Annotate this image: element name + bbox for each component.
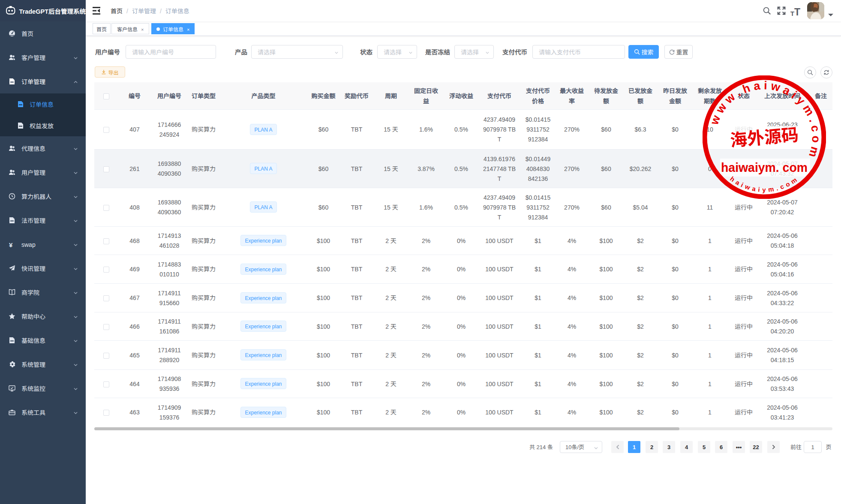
svg-text:haiwaiym. com: haiwaiym. com: [721, 160, 808, 174]
